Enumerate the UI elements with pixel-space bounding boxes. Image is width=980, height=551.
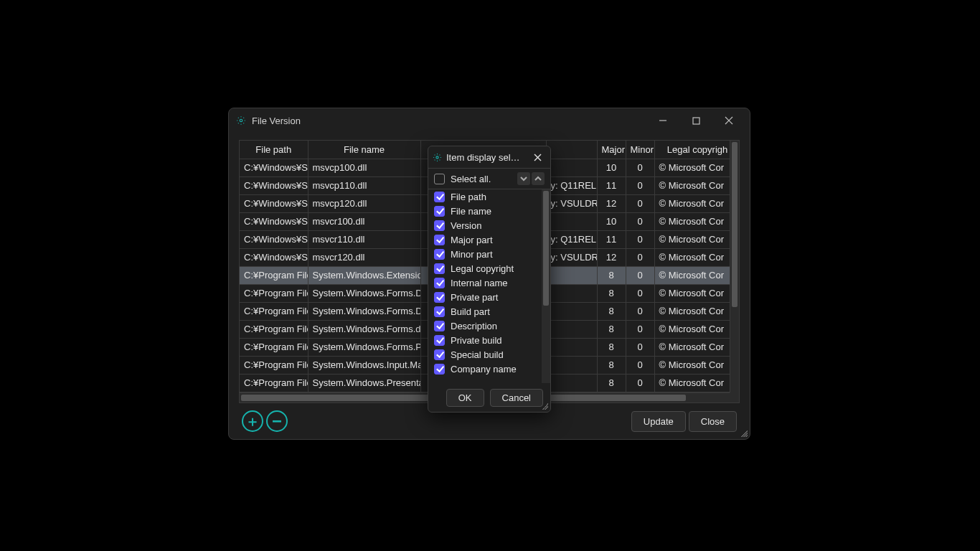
option-label: File name: [451, 206, 491, 217]
move-down-button[interactable]: [517, 172, 530, 185]
cell-major: 12: [597, 194, 626, 212]
cell-copy: © Microsoft Cor: [654, 356, 740, 374]
option-checkbox[interactable]: [434, 249, 445, 260]
cell-major: 8: [597, 338, 626, 356]
display-option[interactable]: Internal name: [428, 276, 542, 290]
cell-name: System.Windows.Forms.Desig: [308, 284, 420, 302]
cell-minor: 0: [626, 194, 654, 212]
select-all-label: Select all.: [451, 174, 491, 184]
cell-major: 11: [597, 176, 626, 194]
display-option[interactable]: Major part: [428, 232, 542, 247]
display-option[interactable]: Private build: [428, 333, 542, 347]
cell-name: msvcr120.dll: [308, 248, 420, 266]
display-option[interactable]: Description: [428, 319, 542, 333]
display-option[interactable]: Special build: [428, 347, 542, 362]
cell-major: 10: [597, 212, 626, 230]
close-app-button[interactable]: Close: [689, 411, 737, 432]
option-checkbox[interactable]: [434, 235, 445, 245]
cell-minor: 0: [626, 284, 654, 302]
option-label: Company name: [451, 364, 517, 375]
option-label: Private build: [451, 335, 502, 346]
cell-copy: © Microsoft Cor: [654, 212, 740, 230]
cell-copy: © Microsoft Cor: [654, 302, 740, 320]
option-checkbox[interactable]: [434, 306, 445, 317]
display-option[interactable]: Company name: [428, 362, 542, 376]
vertical-scrollbar[interactable]: [730, 141, 739, 392]
option-label: Internal name: [451, 278, 508, 288]
minimize-button[interactable]: [646, 109, 679, 132]
cell-path: C:¥Program File: [240, 374, 308, 392]
col-file-path[interactable]: File path: [240, 141, 308, 159]
option-checkbox[interactable]: [434, 292, 445, 303]
col-minor[interactable]: Minor: [626, 141, 654, 159]
display-option[interactable]: Private part: [428, 290, 542, 304]
option-checkbox[interactable]: [434, 349, 445, 360]
option-checkbox[interactable]: [434, 192, 445, 202]
cell-name: System.Windows.Forms.Desig: [308, 302, 420, 320]
option-label: File path: [451, 192, 486, 202]
cell-extra: [546, 212, 597, 230]
display-option[interactable]: Minor part: [428, 247, 542, 261]
select-all-checkbox[interactable]: [434, 174, 445, 184]
cell-copy: © Microsoft Cor: [654, 284, 740, 302]
cell-major: 8: [597, 302, 626, 320]
cell-extra: y: VSULDR: [546, 248, 597, 266]
display-option[interactable]: Version: [428, 218, 542, 232]
option-checkbox[interactable]: [434, 364, 445, 375]
cell-path: C:¥Program File: [240, 266, 308, 284]
option-label: Description: [451, 321, 497, 331]
maximize-button[interactable]: [679, 109, 712, 132]
cell-extra: [546, 320, 597, 338]
option-checkbox[interactable]: [434, 335, 445, 346]
cell-copy: © Microsoft Cor: [654, 176, 740, 194]
col-copyright[interactable]: Legal copyrigh: [654, 141, 740, 159]
display-option[interactable]: Build part: [428, 304, 542, 319]
svg-point-5: [436, 156, 438, 158]
resize-grip-icon[interactable]: [739, 428, 748, 437]
cell-path: C:¥Program File: [240, 284, 308, 302]
option-checkbox[interactable]: [434, 321, 445, 331]
cell-name: msvcp100.dll: [308, 159, 420, 176]
item-display-dialog: Item display selecti… Select all. File p…: [428, 146, 551, 413]
cell-extra: y: VSULDR: [546, 194, 597, 212]
option-label: Private part: [451, 292, 498, 303]
cell-extra: y: Q11REL: [546, 230, 597, 248]
move-up-button[interactable]: [532, 172, 545, 185]
cell-copy: © Microsoft Cor: [654, 320, 740, 338]
resize-grip-icon[interactable]: [541, 402, 548, 410]
dialog-scrollbar[interactable]: [542, 189, 550, 383]
option-checkbox[interactable]: [434, 278, 445, 288]
option-label: Special build: [451, 349, 504, 360]
cell-extra: [546, 159, 597, 176]
cell-minor: 0: [626, 266, 654, 284]
display-option[interactable]: File name: [428, 204, 542, 218]
cell-minor: 0: [626, 356, 654, 374]
ok-button[interactable]: OK: [446, 389, 484, 407]
option-checkbox[interactable]: [434, 220, 445, 231]
display-option[interactable]: Legal copyright: [428, 261, 542, 276]
dialog-close-button[interactable]: [529, 149, 546, 166]
cell-minor: 0: [626, 302, 654, 320]
cell-minor: 0: [626, 230, 654, 248]
cell-name: msvcp110.dll: [308, 176, 420, 194]
cell-minor: 0: [626, 159, 654, 176]
update-button[interactable]: Update: [631, 411, 686, 432]
cell-path: C:¥Windows¥Sy: [240, 176, 308, 194]
display-option[interactable]: File path: [428, 189, 542, 204]
option-checkbox[interactable]: [434, 263, 445, 274]
col-major[interactable]: Major p: [597, 141, 626, 159]
cell-major: 12: [597, 248, 626, 266]
svg-rect-2: [693, 118, 699, 124]
remove-button[interactable]: −: [266, 410, 288, 432]
add-button[interactable]: ＋: [242, 410, 263, 432]
cell-extra: [546, 338, 597, 356]
cell-major: 8: [597, 284, 626, 302]
gear-icon: [236, 116, 246, 126]
gear-icon: [433, 153, 442, 162]
cell-extra: [546, 302, 597, 320]
option-checkbox[interactable]: [434, 206, 445, 217]
col-file-name[interactable]: File name: [308, 141, 420, 159]
cancel-button[interactable]: Cancel: [490, 389, 543, 407]
cell-name: System.Windows.Input.Manip: [308, 356, 420, 374]
close-button[interactable]: [712, 109, 745, 132]
